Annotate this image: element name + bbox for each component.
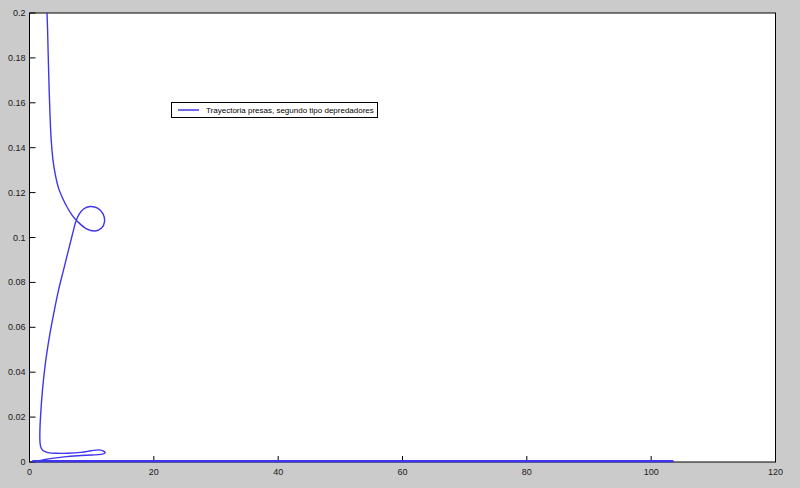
y-tick-label: 0.04	[8, 367, 26, 377]
y-tick-label: 0	[20, 457, 25, 467]
x-tick-label: 100	[644, 467, 659, 477]
x-tick-label: 20	[149, 467, 159, 477]
legend-box[interactable]: Trayectoria presas, segundo tipo depreda…	[171, 102, 378, 118]
y-tick-label: 0.16	[8, 98, 26, 108]
legend-label: Trayectoria presas, segundo tipo depreda…	[206, 106, 374, 115]
legend-line-sample-icon	[178, 109, 199, 111]
matlab-figure-canvas: 02040608010012000.020.040.060.080.10.120…	[0, 0, 800, 488]
x-tick-label: 120	[768, 467, 783, 477]
y-tick-label: 0.08	[8, 277, 26, 287]
y-tick-label: 0.1	[13, 233, 26, 243]
y-tick-label: 0.12	[8, 188, 26, 198]
x-tick-label: 80	[522, 467, 532, 477]
x-tick-label: 0	[27, 467, 32, 477]
x-tick-label: 40	[273, 467, 283, 477]
y-tick-label: 0.2	[13, 8, 26, 18]
x-tick-label: 60	[397, 467, 407, 477]
y-tick-label: 0.02	[8, 412, 26, 422]
y-tick-label: 0.18	[8, 53, 26, 63]
y-tick-label: 0.06	[8, 322, 26, 332]
chart-svg: 02040608010012000.020.040.060.080.10.120…	[0, 0, 800, 488]
plot-area	[30, 13, 776, 462]
y-tick-label: 0.14	[8, 143, 26, 153]
